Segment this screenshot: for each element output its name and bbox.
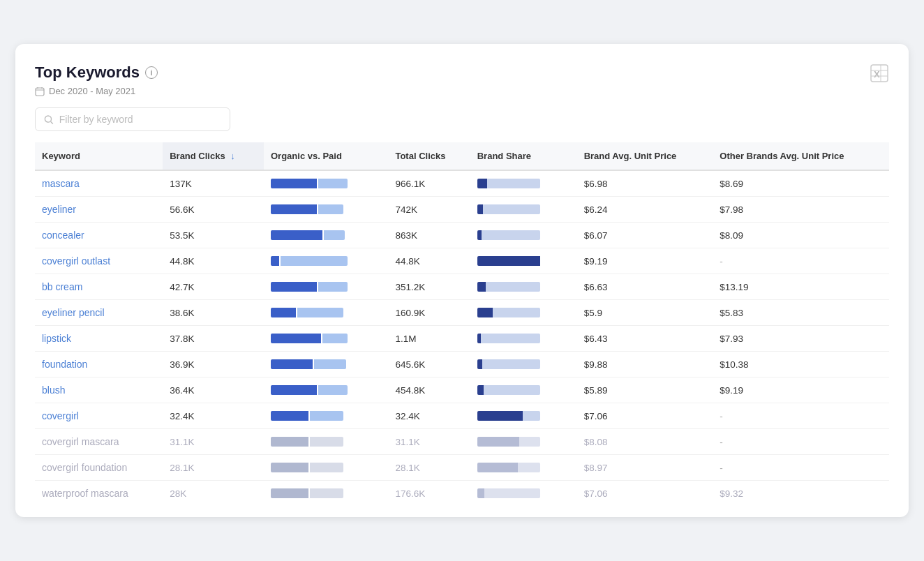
export-excel-button[interactable]: X <box>870 63 889 83</box>
keyword-cell: blush <box>35 377 163 403</box>
col-brand-avg-price[interactable]: Brand Avg. Unit Price <box>577 142 713 170</box>
organic-paid-bar <box>271 488 355 498</box>
organic-bar <box>271 230 322 240</box>
col-total-clicks[interactable]: Total Clicks <box>388 142 470 170</box>
brand-avg-price-cell: $5.89 <box>577 377 713 403</box>
paid-bar <box>324 230 345 240</box>
organic-paid-cell <box>264 326 388 352</box>
keyword-link[interactable]: waterproof mascara <box>42 488 128 499</box>
brand-avg-price-cell: $9.88 <box>577 352 713 377</box>
organic-paid-bar <box>271 359 355 369</box>
total-clicks-cell: 966.1K <box>388 170 470 197</box>
organic-bar <box>271 179 317 188</box>
keyword-link[interactable]: concealer <box>42 230 84 241</box>
total-clicks-cell: 1.1M <box>388 326 470 352</box>
keyword-link[interactable]: eyeliner pencil <box>42 307 105 318</box>
keyword-cell: covergirl <box>35 403 163 429</box>
col-keyword: Keyword <box>35 142 163 170</box>
col-other-avg-price[interactable]: Other Brands Avg. Unit Price <box>713 142 889 170</box>
total-clicks-cell: 742K <box>388 197 470 223</box>
brand-share-dark <box>477 179 487 188</box>
keyword-link[interactable]: mascara <box>42 178 80 189</box>
svg-rect-0 <box>36 88 44 96</box>
brand-share-bar <box>477 308 547 317</box>
organic-paid-cell <box>264 300 388 326</box>
brand-share-cell <box>470 429 577 455</box>
keyword-link[interactable]: covergirl foundation <box>42 462 127 473</box>
brand-avg-price-cell: $8.97 <box>577 455 713 481</box>
organic-paid-cell <box>264 170 388 197</box>
brand-share-light <box>481 334 540 343</box>
col-brand-share[interactable]: Brand Share <box>470 142 577 170</box>
other-avg-price-cell: $8.09 <box>713 223 889 248</box>
brand-share-light <box>518 463 540 472</box>
filter-input[interactable] <box>59 114 221 125</box>
date-range-text: Dec 2020 - May 2021 <box>49 86 135 96</box>
col-brand-clicks[interactable]: Brand Clicks ↓ <box>163 142 264 170</box>
brand-share-dark <box>477 385 484 395</box>
sort-arrow: ↓ <box>230 151 235 161</box>
brand-clicks-cell: 53.5K <box>163 223 264 248</box>
table-row: covergirl foundation28.1K28.1K$8.97- <box>35 455 889 481</box>
brand-share-dark <box>477 488 484 498</box>
organic-paid-bar <box>271 282 355 292</box>
title-area: Top Keywords i Dec 2020 - May 2021 <box>35 63 158 96</box>
brand-share-cell <box>470 248 577 274</box>
search-icon <box>44 114 54 125</box>
paid-bar <box>310 488 343 498</box>
table-row: blush36.4K454.8K$5.89$9.19 <box>35 377 889 403</box>
brand-share-cell <box>470 481 577 507</box>
keyword-link[interactable]: lipstick <box>42 333 71 344</box>
paid-bar <box>314 359 346 369</box>
other-avg-price-cell: $5.83 <box>713 300 889 326</box>
organic-paid-cell <box>264 481 388 507</box>
brand-share-cell <box>470 403 577 429</box>
table-row: foundation36.9K645.6K$9.88$10.38 <box>35 352 889 377</box>
organic-paid-bar <box>271 204 355 214</box>
keyword-link[interactable]: covergirl <box>42 410 79 421</box>
col-organic-paid[interactable]: Organic vs. Paid <box>264 142 388 170</box>
paid-bar <box>281 256 348 266</box>
organic-bar <box>271 411 308 421</box>
total-clicks-cell: 863K <box>388 223 470 248</box>
info-icon[interactable]: i <box>145 66 158 79</box>
keyword-link[interactable]: foundation <box>42 359 87 370</box>
filter-row[interactable] <box>35 107 230 131</box>
organic-paid-bar <box>271 411 355 421</box>
paid-bar <box>318 282 348 292</box>
brand-share-light <box>484 488 540 498</box>
total-clicks-cell: 351.2K <box>388 274 470 300</box>
brand-avg-price-cell: $6.07 <box>577 223 713 248</box>
brand-share-bar <box>477 334 547 343</box>
total-clicks-cell: 176.6K <box>388 481 470 507</box>
paid-bar <box>322 334 348 343</box>
brand-share-light <box>493 308 540 317</box>
keyword-link[interactable]: covergirl mascara <box>42 436 119 447</box>
brand-clicks-cell: 137K <box>163 170 264 197</box>
brand-avg-price-cell: $8.08 <box>577 429 713 455</box>
keyword-link[interactable]: bb cream <box>42 281 82 292</box>
keyword-link[interactable]: blush <box>42 384 65 396</box>
table-row: covergirl32.4K32.4K$7.06- <box>35 403 889 429</box>
total-clicks-cell: 645.6K <box>388 352 470 377</box>
brand-share-dark <box>477 463 518 472</box>
brand-share-bar <box>477 411 547 421</box>
keyword-cell: bb cream <box>35 274 163 300</box>
keyword-link[interactable]: covergirl outlast <box>42 255 110 267</box>
card-header: Top Keywords i Dec 2020 - May 2021 X <box>35 63 889 96</box>
brand-share-cell <box>470 455 577 481</box>
brand-clicks-cell: 38.6K <box>163 300 264 326</box>
brand-share-light <box>482 230 540 240</box>
brand-share-cell <box>470 352 577 377</box>
brand-clicks-cell: 36.4K <box>163 377 264 403</box>
organic-paid-bar <box>271 437 355 447</box>
keyword-link[interactable]: eyeliner <box>42 204 76 215</box>
svg-line-10 <box>51 121 53 124</box>
other-avg-price-cell: - <box>713 248 889 274</box>
brand-share-light <box>519 437 540 447</box>
brand-share-cell <box>470 170 577 197</box>
table-row: waterproof mascara28K176.6K$7.06$9.32 <box>35 481 889 507</box>
brand-share-cell <box>470 377 577 403</box>
organic-paid-bar <box>271 179 355 188</box>
brand-avg-price-cell: $5.9 <box>577 300 713 326</box>
